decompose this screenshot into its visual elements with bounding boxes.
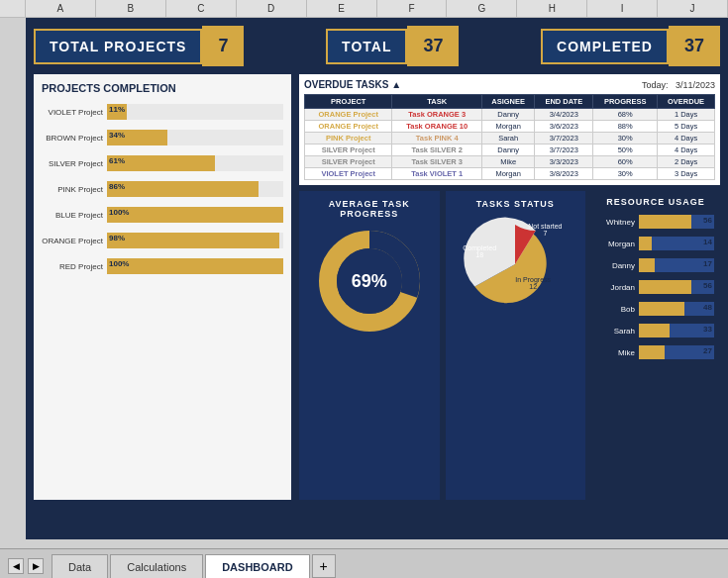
label-completed: Completed18 (463, 244, 496, 258)
col-assignee: ASIGNEE (481, 95, 534, 109)
col-J: J (658, 0, 728, 17)
label-inprogress: In Progress12 (515, 276, 551, 290)
table-row: VIOLET Project Task VIOLET 1 Morgan 3/8/… (305, 168, 715, 180)
tab-calculations[interactable]: Calculations (110, 554, 203, 578)
resource-name-whitney: Whitney (597, 218, 635, 227)
tab-bar: ◀ ▶ Data Calculations DASHBOARD + (0, 548, 728, 578)
projects-completion-title: PROJECTS COMPLETION (42, 82, 283, 94)
bar-label-silver: SILVER Project (42, 159, 103, 168)
bar-container-pink: 86% (107, 181, 283, 197)
resource-val-sarah: 33 (703, 325, 712, 334)
bar-pct-brown: 34% (109, 131, 125, 140)
resource-bar-fill-bob (639, 302, 684, 316)
right-section: OVERDUE TASKS ▲ Today: 3/11/2023 PROJECT… (299, 74, 720, 500)
col-H: H (517, 0, 587, 17)
col-E: E (307, 0, 377, 17)
table-row: PINK Project Task PINK 4 Sarah 3/7/2023 … (305, 133, 715, 144)
overdue-date: Today: 3/11/2023 (642, 80, 715, 90)
dashboard-content: TOTAL PROJECTS 7 TOTAL 37 COMPLETED 37 P… (26, 18, 728, 539)
col-overdue: OVERDUE (658, 95, 715, 109)
tasks-status-panel: TASKS STATUS (446, 191, 586, 500)
resource-name-sarah: Sarah (597, 327, 635, 336)
resource-bar-fill-jordan (639, 280, 691, 294)
stat-completed: COMPLETED 37 (541, 26, 720, 66)
bar-container-brown: 34% (107, 130, 283, 145)
resource-bar-bg-jordan: 56 (639, 280, 714, 294)
bar-label-blue: BLUE Project (42, 211, 103, 220)
resource-val-whitney: 56 (703, 216, 712, 225)
donut-chart: 69% (315, 227, 424, 336)
col-C: C (166, 0, 237, 17)
resource-bar-bg-sarah: 33 (639, 324, 714, 337)
resource-bar-bg-bob: 48 (639, 302, 714, 316)
resource-bar-bg-whitney: 56 (639, 215, 714, 229)
tab-add-button[interactable]: + (312, 554, 336, 578)
resource-name-danny: Danny (597, 261, 635, 270)
resource-row-sarah: Sarah 33 (597, 324, 714, 337)
stat-total-projects: TOTAL PROJECTS 7 (34, 26, 244, 66)
col-task: TASK (392, 95, 481, 109)
bar-pct-violet: 11% (109, 105, 125, 114)
bar-label-pink: PINK Project (42, 185, 103, 194)
overdue-tasks-panel: OVERDUE TASKS ▲ Today: 3/11/2023 PROJECT… (299, 74, 720, 185)
resource-name-mike: Mike (597, 348, 635, 357)
col-project: PROJECT (305, 95, 392, 109)
bar-label-violet: VIOLET Project (42, 108, 103, 117)
stat-total-value: 37 (407, 26, 459, 66)
resource-val-bob: 48 (703, 303, 712, 312)
resource-usage-panel: RESOURCE USAGE Whitney 56 Morgan 14 (591, 191, 720, 500)
col-B: B (96, 0, 166, 17)
tab-navigation: ◀ ▶ (8, 558, 44, 578)
middle-section: PROJECTS COMPLETION VIOLET Project 11% B… (34, 74, 720, 500)
col-headers: A B C D E F G H I J (0, 0, 728, 18)
tab-dashboard[interactable]: DASHBOARD (205, 554, 310, 578)
bar-label-brown: BROWN Project (42, 134, 103, 143)
tab-data[interactable]: Data (52, 554, 108, 578)
resource-name-jordan: Jordan (597, 283, 635, 292)
stat-total-projects-label: TOTAL PROJECTS (34, 29, 202, 64)
resource-val-jordan: 56 (703, 281, 712, 290)
resource-row-danny: Danny 17 (597, 258, 714, 272)
tasks-status-title: TASKS STATUS (476, 199, 555, 209)
bar-row-pink: PINK Project 86% (42, 181, 283, 197)
bar-fill-pink (107, 181, 259, 197)
resource-name-bob: Bob (597, 305, 635, 314)
stat-total-projects-value: 7 (202, 26, 244, 66)
bar-row-orange: ORANGE Project 98% (42, 233, 283, 248)
resource-val-morgan: 14 (703, 238, 712, 246)
bar-fill-red (107, 258, 283, 274)
resource-row-bob: Bob 48 (597, 302, 714, 316)
overdue-table: PROJECT TASK ASIGNEE END DATE PROGRESS O… (304, 94, 715, 180)
col-end-date: END DATE (535, 95, 593, 109)
bar-container-red: 100% (107, 258, 283, 274)
bar-fill-orange (107, 233, 279, 248)
bar-pct-orange: 98% (109, 234, 125, 242)
bar-pct-silver: 61% (109, 156, 125, 165)
resource-row-whitney: Whitney 56 (597, 215, 714, 229)
corner-cell (0, 0, 26, 17)
tab-nav-next[interactable]: ▶ (28, 558, 44, 574)
tab-nav-prev[interactable]: ◀ (8, 558, 24, 574)
stat-total: TOTAL 37 (326, 26, 459, 66)
bar-container-violet: 11% (107, 104, 283, 120)
bar-pct-blue: 100% (109, 208, 129, 217)
donut-value: 69% (352, 271, 387, 292)
bar-container-orange: 98% (107, 233, 283, 248)
pie-chart: Completed18 In Progress12 Not started7 (461, 215, 570, 314)
bar-container-silver: 61% (107, 155, 283, 171)
table-row: ORANGE Project Task ORANGE 10 Morgan 3/6… (305, 121, 715, 133)
bar-row-brown: BROWN Project 34% (42, 130, 283, 145)
resource-bar-fill-mike (639, 345, 665, 359)
stat-completed-value: 37 (669, 26, 720, 66)
table-row: SILVER Project Task SILVER 2 Danny 3/7/2… (305, 144, 715, 156)
resource-bar-fill-morgan (639, 237, 652, 250)
resource-val-danny: 17 (703, 259, 712, 268)
bar-pct-pink: 86% (109, 182, 125, 191)
resource-val-mike: 27 (703, 346, 712, 355)
resource-bar-fill-sarah (639, 324, 670, 337)
avg-progress-panel: AVERAGE TASK PROGRESS 69% (299, 191, 440, 500)
col-F: F (377, 0, 448, 17)
bar-row-silver: SILVER Project 61% (42, 155, 283, 171)
resource-bar-bg-mike: 27 (639, 345, 714, 359)
table-row: SILVER Project Task SILVER 3 Mike 3/3/20… (305, 156, 715, 168)
